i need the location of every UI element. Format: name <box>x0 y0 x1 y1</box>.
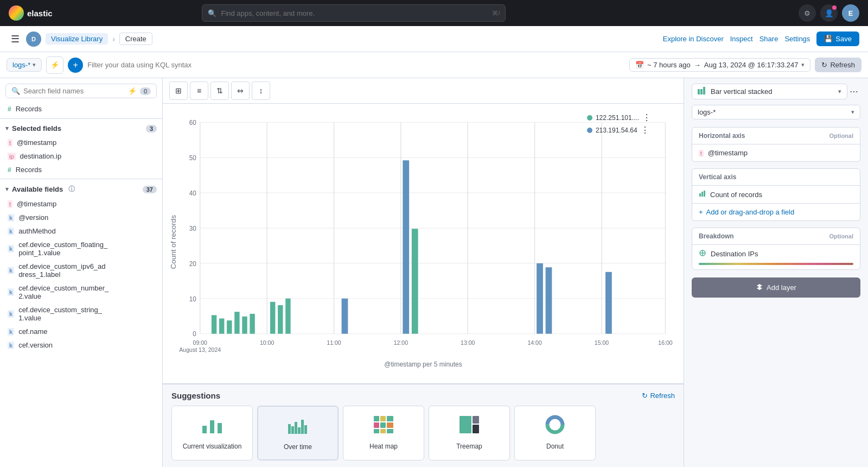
field-name: cef.version <box>18 341 53 349</box>
avail-field-ipv6[interactable]: k cef.device_custom_ipv6_address_1.label <box>0 260 162 281</box>
over-time-icon <box>287 415 309 439</box>
panel-more-btn[interactable]: ⋯ <box>847 84 860 99</box>
count-of-records-item[interactable]: Count of records <box>692 185 860 203</box>
index-selector[interactable]: logs-* <box>7 58 42 72</box>
refresh-button[interactable]: ↻ Refresh <box>815 58 861 72</box>
elastic-logo[interactable]: elastic <box>9 5 53 21</box>
time-range-selector[interactable]: 📅 ~ 7 hours ago → Aug 13, 2024 @ 16:17:3… <box>629 58 811 72</box>
suggestion-current-viz[interactable]: Current visualization <box>171 406 253 460</box>
avail-field-version[interactable]: k @version <box>0 211 162 224</box>
add-layer-button[interactable]: Add layer <box>692 277 860 298</box>
toolbar-arrange-btn[interactable]: ⇅ <box>210 81 229 100</box>
global-search-bar[interactable]: 🔍 ⌘/ <box>202 4 506 22</box>
svg-rect-67 <box>473 425 479 433</box>
search-field-input[interactable] <box>23 87 125 95</box>
settings-btn[interactable]: Settings <box>784 35 810 43</box>
main-layout: 🔍 ⚡ 0 # Records Selected fields 3 t @tim… <box>0 78 868 467</box>
k-icon: k <box>8 245 14 253</box>
avail-field-float[interactable]: k cef.device_custom_floating_point_1.val… <box>0 238 162 260</box>
avail-field-authmethod[interactable]: k authMethod <box>0 224 162 238</box>
available-fields-header[interactable]: Available fields ⓘ 37 <box>0 181 162 197</box>
vis-type-icon <box>698 87 706 96</box>
filter-icon-sidebar: ⚡ <box>128 87 137 95</box>
destination-icon <box>699 249 706 258</box>
timestamp-panel-icon: t <box>699 149 704 157</box>
info-icon: ⓘ <box>68 185 75 194</box>
add-field-label: Add or drag-and-drop a field <box>706 208 795 216</box>
treemap-label: Treemap <box>456 443 482 450</box>
legend-label-1: 122.251.101.... <box>596 114 639 122</box>
toolbar-table-btn[interactable]: ⊞ <box>169 81 188 100</box>
filter-options-btn[interactable]: ⚡ <box>46 56 63 74</box>
svg-rect-51 <box>291 426 294 434</box>
add-filter-btn[interactable]: + <box>68 58 83 73</box>
explore-in-discover-btn[interactable]: Explore in Discover <box>663 35 724 43</box>
field-name: @timestamp <box>17 138 56 147</box>
selected-field-timestamp[interactable]: t @timestamp <box>0 136 162 149</box>
filter-bar: logs-* ⚡ + 📅 ~ 7 hours ago → Aug 13, 202… <box>0 52 868 78</box>
search-shortcut: ⌘/ <box>492 10 500 17</box>
suggestions-refresh-btn[interactable]: ↻ Refresh <box>642 392 675 400</box>
chart-legend: 122.251.101.... ⋮ 213.191.54.64 ⋮ <box>587 112 651 135</box>
avail-field-cefname[interactable]: k cef.name <box>0 325 162 338</box>
field-name: authMethod <box>18 227 56 235</box>
horizontal-field-item[interactable]: t @timestamp <box>692 144 860 161</box>
selected-fields-header[interactable]: Selected fields 3 <box>0 121 162 136</box>
add-icon: + <box>699 208 703 216</box>
filter-bar-right: 📅 ~ 7 hours ago → Aug 13, 2024 @ 16:17:3… <box>629 58 861 72</box>
records-item[interactable]: # Records <box>0 102 162 116</box>
add-field-btn[interactable]: + Add or drag-and-drop a field <box>692 203 860 220</box>
suggestion-treemap[interactable]: Treemap <box>429 406 510 460</box>
suggestion-over-time[interactable]: Over time <box>257 406 339 460</box>
vis-type-selector[interactable]: Bar vertical stacked <box>692 84 847 99</box>
search-icon-sidebar: 🔍 <box>11 87 20 95</box>
svg-text:15:00: 15:00 <box>595 339 609 346</box>
svg-rect-41 <box>342 299 348 334</box>
selected-field-destination-ip[interactable]: ip destination.ip <box>0 149 162 163</box>
field-name: @version <box>18 213 48 222</box>
legend-dot-1 <box>587 115 592 121</box>
svg-rect-49 <box>218 423 222 433</box>
time-date: Aug 13, 2024 @ 16:17:33.247 <box>704 61 799 69</box>
hamburger-menu[interactable]: ☰ <box>9 31 22 47</box>
svg-text:30: 30 <box>189 225 196 232</box>
suggestion-heat-map[interactable]: Heat map <box>343 406 424 460</box>
selected-field-records[interactable]: # Records <box>0 163 162 176</box>
share-btn[interactable]: Share <box>760 35 778 43</box>
global-search-input[interactable] <box>221 9 488 17</box>
destination-ips-item[interactable]: Destination IPs <box>692 244 860 263</box>
toolbar-drag-btn[interactable]: ⇔ <box>231 81 250 100</box>
breadcrumb-create[interactable]: Create <box>119 33 152 45</box>
toolbar-more-btn[interactable]: ↕ <box>252 81 270 100</box>
horizontal-optional: Optional <box>829 132 853 139</box>
save-icon: 💾 <box>824 35 833 43</box>
ip-icon: ip <box>8 153 16 160</box>
right-panel-index-selector[interactable]: logs-* <box>692 105 860 119</box>
selected-fields-label: Selected fields <box>12 124 61 132</box>
toolbar-list-btn[interactable]: ≡ <box>190 81 208 100</box>
svg-rect-50 <box>288 424 291 434</box>
field-name: cef.device_custom_ipv6_address_1.label <box>18 262 105 279</box>
nav-notifications-icon[interactable]: 👤 <box>820 4 838 22</box>
kql-filter-input[interactable] <box>87 61 625 69</box>
legend-more-1[interactable]: ⋮ <box>642 112 651 123</box>
avail-field-cefversion[interactable]: k cef.version <box>0 338 162 352</box>
legend-more-2[interactable]: ⋮ <box>641 125 649 135</box>
selected-chevron <box>5 125 9 132</box>
breadcrumb-visualize-library[interactable]: Visualize Library <box>46 33 108 45</box>
legend-item-2[interactable]: 213.191.54.64 ⋮ <box>587 125 651 135</box>
svg-rect-35 <box>234 312 239 333</box>
suggestion-donut[interactable]: Donut <box>514 406 596 460</box>
inspect-btn[interactable]: Inspect <box>730 35 753 43</box>
count-of-records-label: Count of records <box>710 191 762 199</box>
avail-field-number2[interactable]: k cef.device_custom_number_2.value <box>0 281 162 303</box>
user-avatar[interactable]: E <box>842 4 859 22</box>
svg-text:11:00: 11:00 <box>327 339 341 346</box>
avail-field-string1[interactable]: k cef.device_custom_string_1.value <box>0 303 162 325</box>
legend-item-1[interactable]: 122.251.101.... ⋮ <box>587 112 651 123</box>
svg-rect-53 <box>298 427 301 434</box>
svg-rect-45 <box>546 267 552 333</box>
nav-settings-icon[interactable]: ⚙ <box>799 4 816 22</box>
save-button[interactable]: 💾 Save <box>816 31 859 46</box>
avail-field-timestamp[interactable]: t @timestamp <box>0 197 162 211</box>
